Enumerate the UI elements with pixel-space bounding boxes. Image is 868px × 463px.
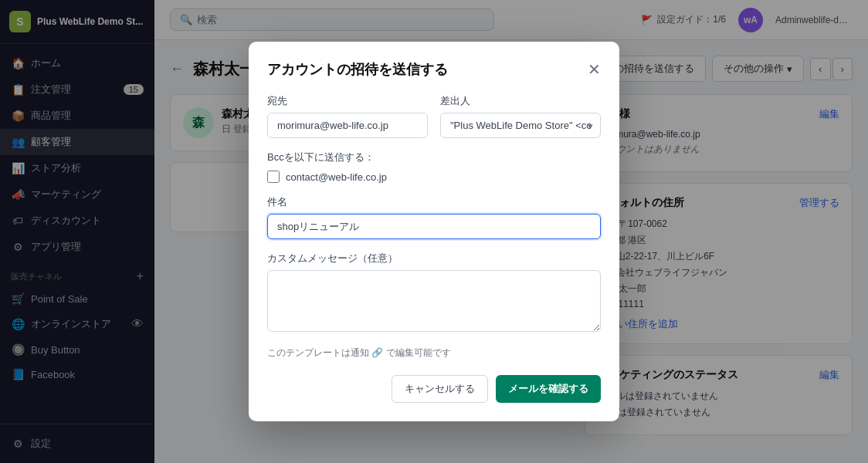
modal-close-button[interactable]: ✕: [588, 62, 601, 77]
bcc-label: Bccを以下に送信する：: [267, 150, 601, 164]
from-field-group: 差出人 "Plus WebLife Demo Store" <conta...: [440, 94, 601, 138]
subject-field-group: 件名: [267, 195, 601, 239]
from-label: 差出人: [440, 94, 601, 108]
modal-header: アカウントの招待を送信する ✕: [267, 60, 601, 79]
modal-footer: キャンセルする メールを確認する: [267, 375, 601, 403]
invite-modal: アカウントの招待を送信する ✕ 宛先 差出人 "Plus WebLife Dem…: [249, 42, 619, 421]
confirm-button[interactable]: メールを確認する: [496, 375, 601, 403]
message-textarea[interactable]: [267, 270, 601, 332]
message-label: カスタムメッセージ（任意）: [267, 252, 601, 265]
bcc-checkbox-row: contact@web-life.co.jp: [267, 171, 601, 183]
to-from-row: 宛先 差出人 "Plus WebLife Demo Store" <conta.…: [267, 94, 601, 138]
from-select-wrapper: "Plus WebLife Demo Store" <conta...: [440, 113, 601, 138]
from-select[interactable]: "Plus WebLife Demo Store" <conta...: [440, 113, 601, 138]
subject-input[interactable]: [267, 214, 601, 239]
modal-title: アカウントの招待を送信する: [267, 60, 448, 79]
message-field-group: カスタムメッセージ（任意）: [267, 252, 601, 334]
main-content: 🔍 🚩 設定ガイド：1/6 wA Adminweblife-demo-s... …: [154, 0, 868, 463]
to-label: 宛先: [267, 94, 428, 108]
template-note: このテンプレートは通知 🔗 で編集可能です: [267, 346, 601, 360]
cancel-button[interactable]: キャンセルする: [392, 375, 488, 403]
to-input[interactable]: [267, 113, 428, 138]
to-field-group: 宛先: [267, 94, 428, 138]
subject-label: 件名: [267, 195, 601, 209]
bcc-section: Bccを以下に送信する： contact@web-life.co.jp: [267, 150, 601, 183]
bcc-email-label[interactable]: contact@web-life.co.jp: [286, 171, 387, 183]
modal-overlay[interactable]: アカウントの招待を送信する ✕ 宛先 差出人 "Plus WebLife Dem…: [0, 0, 868, 463]
bcc-checkbox[interactable]: [267, 171, 280, 183]
